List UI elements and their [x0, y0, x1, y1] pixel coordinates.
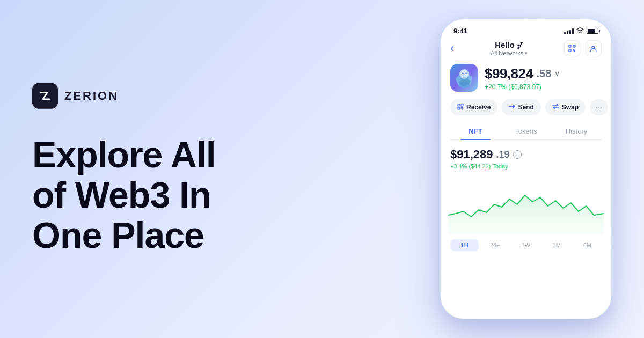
svg-point-17: [456, 77, 461, 82]
action-buttons: Receive Send Swap ···: [441, 99, 611, 123]
nft-value: $91,289 .19 i: [450, 148, 602, 161]
tab-history[interactable]: History: [551, 123, 602, 139]
nav-actions: [564, 40, 602, 56]
filter-1m[interactable]: 1M: [543, 239, 571, 251]
phone-mockup-container: 9:41: [440, 19, 612, 319]
tab-tokens[interactable]: Tokens: [501, 123, 551, 139]
receive-button[interactable]: Receive: [450, 99, 497, 115]
svg-point-15: [462, 72, 463, 74]
network-label: All Networks: [491, 50, 523, 56]
battery-icon: [587, 28, 598, 34]
wallet-section: $99,824 .58 ∨ +20.7% ($6,873.97): [441, 61, 611, 99]
nft-value-cents: .19: [496, 149, 510, 160]
svg-rect-24: [462, 105, 462, 105]
status-icons: [564, 27, 598, 34]
svg-point-18: [468, 76, 472, 80]
chart-area: [448, 175, 604, 234]
headline-line3: One Place: [32, 214, 204, 255]
svg-point-1: [580, 33, 581, 33]
more-button[interactable]: ···: [590, 99, 608, 115]
swap-icon: [552, 104, 559, 111]
nav-title-area: Hello 𝓏ᶻ All Networks ▾: [491, 40, 528, 56]
brand-name: ZERION: [64, 89, 119, 103]
chevron-down-icon: ▾: [525, 50, 528, 56]
headline-line2: of Web3 In: [32, 174, 211, 215]
network-selector[interactable]: All Networks ▾: [491, 50, 528, 56]
svg-rect-25: [458, 108, 459, 108]
time-filters: 1H 24H 1W 1M 6M: [450, 234, 602, 251]
nft-value-whole: $91,289: [450, 148, 493, 161]
wallet-name: Hello 𝓏ᶻ: [491, 40, 528, 50]
svg-rect-7: [569, 50, 570, 51]
chart-svg: [448, 175, 604, 234]
balance-change: +20.7% ($6,873.97): [485, 83, 602, 91]
swap-button[interactable]: Swap: [545, 99, 586, 115]
filter-6m[interactable]: 6M: [573, 239, 602, 251]
status-time: 9:41: [453, 27, 467, 35]
logo-area: ZERION: [32, 83, 290, 109]
avatar: [450, 64, 478, 92]
nft-change: +3.4% ($44.22) Today: [450, 163, 602, 170]
balance-chevron-icon[interactable]: ∨: [554, 69, 560, 78]
receive-icon: [457, 104, 464, 112]
balance-main: $99,824 .58 ∨: [485, 65, 602, 82]
headline-line1: Explore All: [32, 134, 216, 175]
balance-area: $99,824 .58 ∨ +20.7% ($6,873.97): [485, 65, 602, 91]
profile-button[interactable]: [586, 40, 602, 56]
status-bar: 9:41: [441, 19, 611, 38]
tab-nft[interactable]: NFT: [450, 123, 501, 139]
zerion-logo-icon: [32, 83, 58, 109]
wifi-icon: [576, 27, 584, 34]
svg-rect-5: [569, 46, 570, 47]
filter-1w[interactable]: 1W: [511, 239, 540, 251]
svg-point-8: [592, 46, 595, 49]
receive-label: Receive: [466, 104, 491, 111]
send-label: Send: [518, 104, 533, 111]
back-button[interactable]: ‹: [450, 41, 454, 55]
svg-rect-23: [458, 105, 459, 105]
nft-section: $91,289 .19 i +3.4% ($44.22) Today: [441, 140, 611, 255]
filter-1h[interactable]: 1H: [450, 239, 479, 251]
left-section: ZERION Explore All of Web3 In One Place: [32, 83, 290, 255]
nav-header: ‹ Hello 𝓏ᶻ All Networks ▾: [441, 38, 611, 61]
headline-text: Explore All of Web3 In One Place: [32, 135, 290, 255]
send-icon: [509, 104, 515, 111]
balance-cents: .58: [536, 68, 551, 80]
signal-icon: [564, 28, 574, 34]
send-button[interactable]: Send: [502, 99, 540, 115]
tabs: NFT Tokens History: [450, 123, 602, 140]
swap-label: Swap: [562, 104, 579, 111]
svg-rect-6: [574, 46, 574, 47]
svg-point-19: [459, 82, 470, 88]
filter-24h[interactable]: 24H: [481, 239, 509, 251]
phone-mockup: 9:41: [440, 19, 612, 319]
info-icon[interactable]: i: [513, 150, 522, 159]
svg-point-16: [465, 72, 466, 74]
balance-whole: $99,824: [485, 65, 533, 82]
scan-button[interactable]: [564, 40, 580, 56]
